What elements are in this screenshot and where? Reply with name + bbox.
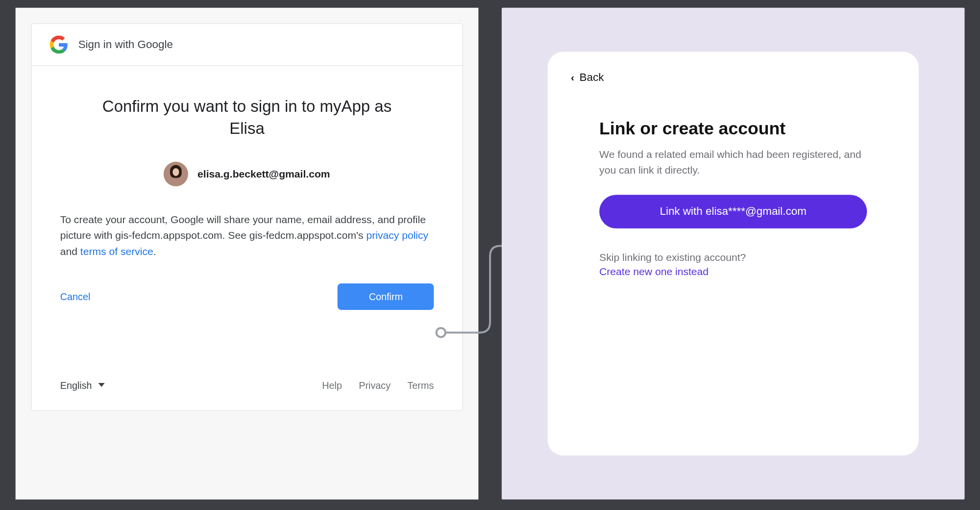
app-card-body: Link or create account We found a relate… — [571, 119, 895, 278]
google-consent-text: To create your account, Google will shar… — [60, 212, 434, 260]
link-account-button[interactable]: Link with elisa****@gmail.com — [599, 195, 867, 229]
skip-linking-label: Skip linking to existing account? — [599, 252, 867, 263]
google-consent-title: Confirm you want to sign in to myApp as … — [92, 96, 402, 139]
footer-privacy-link[interactable]: Privacy — [359, 380, 391, 390]
language-label: English — [60, 380, 92, 390]
google-header-label: Sign in with Google — [78, 38, 173, 51]
create-new-account-link[interactable]: Create new one instead — [599, 266, 867, 278]
google-account-email: elisa.g.beckett@gmail.com — [197, 168, 330, 179]
link-account-title: Link or create account — [599, 119, 867, 139]
chevron-down-icon — [98, 383, 105, 387]
footer-terms-link[interactable]: Terms — [407, 380, 434, 390]
consent-text-end: . — [153, 246, 156, 256]
user-avatar-icon — [164, 161, 188, 186]
consent-text-mid: and — [60, 246, 80, 256]
google-footer-links: Help Privacy Terms — [322, 380, 434, 390]
back-button[interactable]: ‹ Back — [571, 71, 895, 84]
google-body: Confirm you want to sign in to myApp as … — [32, 66, 463, 368]
google-action-row: Cancel Confirm — [60, 283, 434, 310]
language-selector[interactable]: English — [60, 380, 105, 390]
back-label: Back — [580, 71, 604, 84]
terms-of-service-link[interactable]: terms of service — [80, 246, 153, 256]
google-card: Sign in with Google Confirm you want to … — [31, 23, 463, 410]
cancel-button[interactable]: Cancel — [60, 291, 91, 302]
app-link-panel: ‹ Back Link or create account We found a… — [502, 8, 965, 500]
google-logo-icon — [50, 36, 68, 54]
google-footer: English Help Privacy Terms — [32, 368, 463, 410]
privacy-policy-link[interactable]: privacy policy — [366, 230, 428, 241]
google-account-row: elisa.g.beckett@gmail.com — [60, 161, 434, 186]
app-card: ‹ Back Link or create account We found a… — [548, 52, 919, 456]
google-header: Sign in with Google — [32, 24, 463, 66]
footer-help-link[interactable]: Help — [322, 380, 342, 390]
link-account-description: We found a related email which had been … — [599, 147, 867, 178]
google-consent-panel: Sign in with Google Confirm you want to … — [16, 8, 479, 500]
confirm-button[interactable]: Confirm — [338, 283, 434, 310]
chevron-left-icon: ‹ — [571, 72, 574, 83]
